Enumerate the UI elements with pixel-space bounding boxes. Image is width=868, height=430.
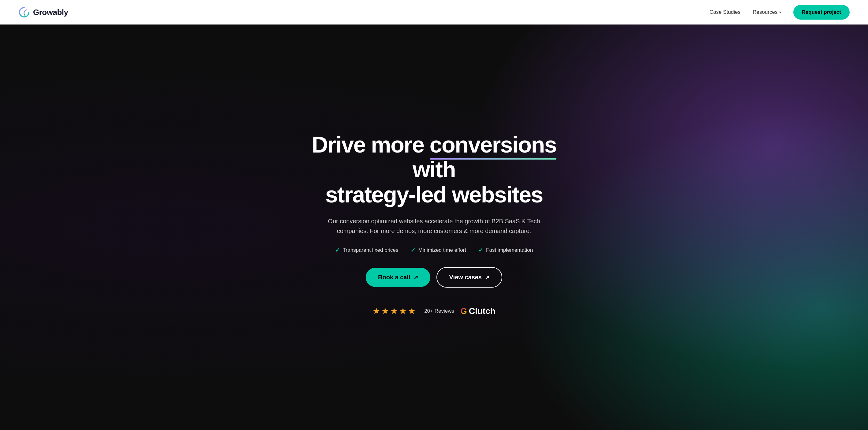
hero-title: Drive more conversions with strategy-led… xyxy=(296,132,572,207)
request-project-button[interactable]: Request project xyxy=(793,5,850,20)
clutch-google-g: G xyxy=(460,306,467,316)
star-2: ★ xyxy=(381,306,389,316)
hero-section: Drive more conversions with strategy-led… xyxy=(0,25,868,430)
hero-content: Drive more conversions with strategy-led… xyxy=(296,132,572,316)
check-icon-2: ✓ xyxy=(411,247,415,254)
nav-case-studies[interactable]: Case Studies xyxy=(709,9,740,15)
arrow-icon-cases: ↗ xyxy=(485,274,489,281)
navbar: Growably Case Studies Resources ▾ Reques… xyxy=(0,0,868,25)
hero-subtitle: Our conversion optimized websites accele… xyxy=(324,216,544,236)
hero-title-highlight: conversions xyxy=(430,132,556,157)
star-3: ★ xyxy=(390,306,398,316)
nav-right: Case Studies Resources ▾ Request project xyxy=(709,5,850,20)
reviews-count: 20+ Reviews xyxy=(424,308,454,314)
clutch-row: ★ ★ ★ ★ ★ 20+ Reviews G Clutch xyxy=(296,306,572,316)
stars-row: ★ ★ ★ ★ ★ xyxy=(372,306,416,316)
check-icon-1: ✓ xyxy=(335,247,340,254)
check-icon-3: ✓ xyxy=(478,247,483,254)
star-1: ★ xyxy=(372,306,380,316)
star-4: ★ xyxy=(399,306,407,316)
arrow-icon-book: ↗ xyxy=(413,274,418,281)
features-row: ✓ Transparent fixed prices ✓ Minimized t… xyxy=(296,247,572,254)
feature-transparent-prices: ✓ Transparent fixed prices xyxy=(335,247,399,254)
growably-logo-icon xyxy=(18,6,30,18)
star-5: ★ xyxy=(408,306,416,316)
cta-row: Book a call ↗ View cases ↗ xyxy=(296,267,572,288)
feature-minimized-time: ✓ Minimized time effort xyxy=(411,247,466,254)
chevron-down-icon: ▾ xyxy=(779,10,781,15)
clutch-label: Clutch xyxy=(469,306,496,316)
book-call-button[interactable]: Book a call ↗ xyxy=(366,268,430,287)
feature-fast-implementation: ✓ Fast implementation xyxy=(478,247,533,254)
nav-resources[interactable]: Resources ▾ xyxy=(753,9,781,15)
logo-text: Growably xyxy=(33,8,68,17)
logo-area: Growably xyxy=(18,6,68,18)
clutch-brand: G Clutch xyxy=(460,306,496,316)
view-cases-button[interactable]: View cases ↗ xyxy=(436,267,502,288)
